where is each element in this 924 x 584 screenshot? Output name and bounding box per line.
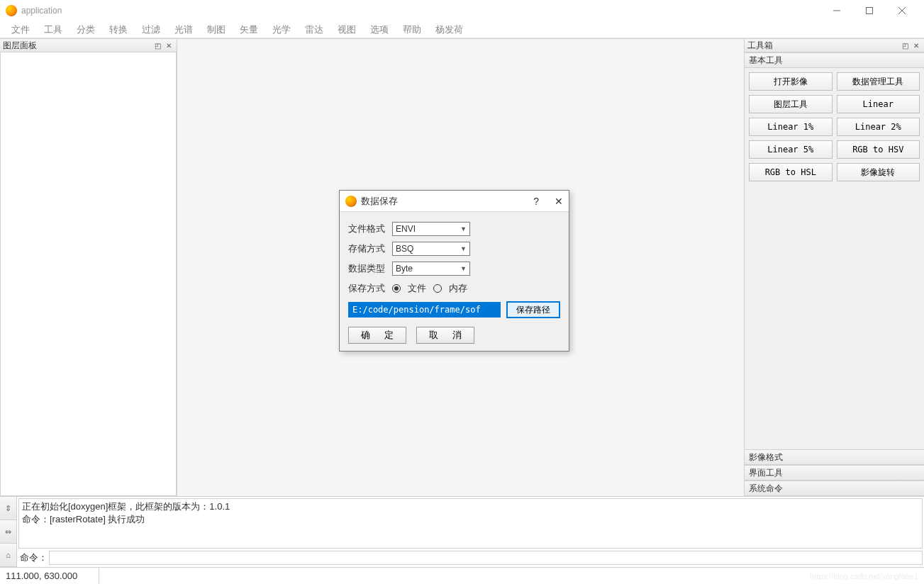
maximize-button[interactable]: [853, 0, 886, 21]
toolbox-panel: 工具箱 ◰ ✕ 基本工具 打开影像 数据管理工具 图层工具 Linear Lin…: [744, 38, 924, 496]
tool-open-image[interactable]: 打开影像: [749, 72, 833, 91]
dialog-help-button[interactable]: ?: [533, 196, 539, 207]
menu-optics[interactable]: 光学: [265, 23, 298, 36]
menu-mapping[interactable]: 制图: [200, 23, 233, 36]
toolbox-header: 工具箱 ◰ ✕: [745, 38, 924, 52]
ok-button[interactable]: 确 定: [348, 327, 406, 344]
menu-classify[interactable]: 分类: [69, 23, 102, 36]
label-storage: 存储方式: [348, 242, 388, 255]
layer-panel-title: 图层面板: [3, 40, 152, 52]
log-line: 正在初始化[doxygen]框架，此框架的版本为：1.0.1: [22, 500, 919, 513]
app-icon: [6, 5, 17, 16]
combo-storage[interactable]: BSQ ▼: [392, 242, 470, 256]
layer-panel: 图层面板 ◰ ✕: [0, 38, 177, 496]
section-basic-tools[interactable]: 基本工具: [745, 52, 924, 68]
tool-rotate[interactable]: 影像旋转: [837, 163, 920, 181]
chevron-down-icon: ▼: [460, 225, 467, 232]
cmd-input[interactable]: [49, 551, 923, 565]
chevron-down-icon: ▼: [460, 265, 467, 272]
combo-dtype[interactable]: Byte ▼: [392, 262, 470, 276]
log-tabs: ⇕ ⇔ ⌂: [0, 497, 17, 567]
panel-close-icon[interactable]: ✕: [164, 40, 174, 50]
cmd-label: 命令：: [18, 551, 49, 564]
tool-rgb-hsl[interactable]: RGB to HSL: [749, 163, 833, 181]
section-sys-cmd[interactable]: 系统命令: [745, 481, 924, 496]
menu-view[interactable]: 视图: [330, 23, 363, 36]
chevron-down-icon: ▼: [460, 245, 467, 252]
menu-filter[interactable]: 过滤: [135, 23, 167, 36]
log-panel: ⇕ ⇔ ⌂ 正在初始化[doxygen]框架，此框架的版本为：1.0.1 命令：…: [0, 496, 924, 567]
app-icon: [345, 196, 357, 207]
browse-path-button[interactable]: 保存路径: [506, 301, 560, 318]
menu-convert[interactable]: 转换: [102, 23, 135, 36]
menu-help[interactable]: 帮助: [396, 23, 428, 36]
titlebar: application: [0, 0, 924, 21]
tool-linear-2[interactable]: Linear 2%: [837, 118, 920, 136]
dialog-title: 数据保存: [361, 195, 398, 208]
combo-value: BSQ: [396, 244, 413, 254]
menubar: 文件 工具 分类 转换 过滤 光谱 制图 矢量 光学 雷达 视图 选项 帮助 杨…: [0, 21, 924, 38]
section-ui-tools[interactable]: 界面工具: [745, 465, 924, 481]
menu-author[interactable]: 杨发荷: [428, 23, 470, 36]
log-tab-1[interactable]: ⇕: [0, 497, 16, 520]
menu-spectrum[interactable]: 光谱: [167, 23, 200, 36]
cancel-button[interactable]: 取 消: [416, 327, 474, 344]
log-line: 命令：[rasterRotate] 执行成功: [22, 513, 919, 526]
menu-radar[interactable]: 雷达: [298, 23, 330, 36]
combo-value: Byte: [396, 264, 413, 274]
tool-grid: 打开影像 数据管理工具 图层工具 Linear Linear 1% Linear…: [745, 68, 924, 186]
window-title: application: [21, 6, 62, 16]
window-controls: [820, 0, 918, 21]
menu-tools[interactable]: 工具: [37, 23, 69, 36]
statusbar: 111.000, 630.000 https://blog.csdn.net/y…: [0, 567, 924, 584]
panel-close-icon[interactable]: ✕: [911, 40, 921, 50]
menu-options[interactable]: 选项: [363, 23, 396, 36]
radio-file[interactable]: [392, 284, 401, 293]
label-file-format: 文件格式: [348, 223, 388, 235]
tool-layer[interactable]: 图层工具: [749, 95, 833, 113]
combo-value: ENVI: [396, 224, 416, 234]
radio-memory[interactable]: [433, 284, 442, 293]
minimize-button[interactable]: [820, 0, 853, 21]
status-coords: 111.000, 630.000: [0, 568, 99, 584]
log-output[interactable]: 正在初始化[doxygen]框架，此框架的版本为：1.0.1 命令：[raste…: [18, 498, 923, 549]
menu-vector[interactable]: 矢量: [233, 23, 265, 36]
undock-icon[interactable]: ◰: [152, 40, 162, 50]
menu-file[interactable]: 文件: [4, 23, 37, 36]
label-save-mode: 保存方式: [348, 282, 388, 295]
layer-panel-header: 图层面板 ◰ ✕: [0, 38, 177, 52]
tool-linear[interactable]: Linear: [837, 95, 920, 113]
dialog-close-button[interactable]: ✕: [555, 196, 563, 207]
log-tab-2[interactable]: ⇔: [0, 520, 16, 544]
radio-file-label: 文件: [408, 282, 426, 295]
section-image-format[interactable]: 影像格式: [745, 449, 924, 465]
save-dialog: 数据保存 ? ✕ 文件格式 ENVI ▼ 存储方式 BSQ ▼ 数据类型 Byt…: [339, 190, 569, 352]
tool-linear-1[interactable]: Linear 1%: [749, 118, 833, 136]
close-button[interactable]: [886, 0, 918, 21]
tool-linear-5[interactable]: Linear 5%: [749, 140, 833, 159]
svg-rect-1: [867, 8, 873, 14]
layer-panel-body[interactable]: [0, 52, 177, 496]
tool-rgb-hsv[interactable]: RGB to HSV: [837, 140, 920, 159]
label-dtype: 数据类型: [348, 262, 388, 275]
combo-file-format[interactable]: ENVI ▼: [392, 222, 470, 236]
dialog-titlebar[interactable]: 数据保存 ? ✕: [340, 191, 569, 212]
radio-memory-label: 内存: [449, 282, 467, 295]
tool-data-mgmt[interactable]: 数据管理工具: [837, 72, 920, 91]
toolbox-title: 工具箱: [747, 40, 900, 52]
undock-icon[interactable]: ◰: [900, 40, 910, 50]
save-path-input[interactable]: E:/code/pension/frame/sof: [348, 302, 501, 318]
log-tab-3[interactable]: ⌂: [0, 544, 16, 567]
watermark: https://blog.csdn.net/yangfahe1: [810, 572, 924, 580]
